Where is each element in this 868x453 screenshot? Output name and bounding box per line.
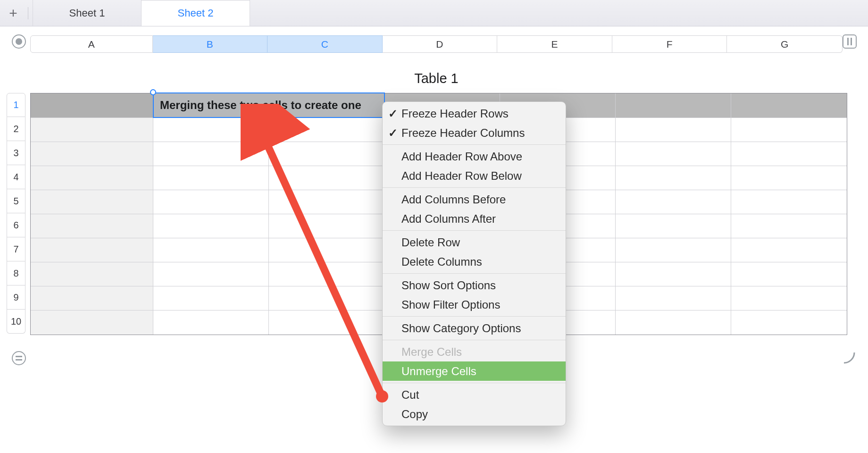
menu-delete-row[interactable]: Delete Row — [383, 233, 566, 252]
cell[interactable] — [731, 142, 847, 166]
menu-show-filter-options[interactable]: Show Filter Options — [383, 295, 566, 314]
resize-corner-icon — [843, 351, 856, 364]
cell[interactable] — [731, 166, 847, 190]
cell[interactable] — [616, 166, 731, 190]
cell[interactable] — [616, 190, 731, 214]
column-header-a[interactable]: A — [30, 35, 153, 53]
menu-label: Show Category Options — [401, 322, 521, 335]
column-header-c[interactable]: C — [267, 35, 383, 53]
cell[interactable] — [153, 166, 269, 190]
column-header-e[interactable]: E — [497, 35, 612, 53]
cell[interactable] — [731, 214, 847, 238]
cell[interactable] — [616, 310, 731, 335]
cell[interactable] — [153, 190, 269, 214]
cell[interactable] — [616, 262, 731, 286]
tab-label: Sheet 1 — [69, 7, 105, 19]
add-sheet-button[interactable]: + — [5, 0, 33, 26]
cell[interactable] — [153, 310, 269, 335]
row-header-4[interactable]: 4 — [7, 165, 25, 189]
menu-unmerge-cells[interactable]: Unmerge Cells — [383, 361, 566, 381]
cell[interactable] — [731, 286, 847, 310]
cell[interactable] — [269, 214, 384, 238]
cell[interactable] — [731, 310, 847, 335]
cell[interactable] — [731, 93, 847, 118]
cell[interactable] — [153, 214, 269, 238]
cell[interactable] — [269, 118, 384, 142]
menu-label: Delete Row — [401, 236, 460, 249]
menu-freeze-header-columns[interactable]: Freeze Header Columns — [383, 123, 566, 143]
merged-cell-content: Merging these two cells to create one — [160, 93, 391, 117]
menu-show-sort-options[interactable]: Show Sort Options — [383, 276, 566, 295]
column-header-g[interactable]: G — [727, 35, 843, 53]
cell[interactable] — [31, 190, 153, 214]
menu-label: Show Filter Options — [401, 298, 500, 311]
cell[interactable] — [269, 166, 384, 190]
cell[interactable] — [616, 118, 731, 142]
cell[interactable] — [269, 142, 384, 166]
menu-delete-columns[interactable]: Delete Columns — [383, 252, 566, 271]
menu-freeze-header-rows[interactable]: Freeze Header Rows — [383, 104, 566, 123]
cell[interactable] — [153, 238, 269, 262]
selection-handle-tl[interactable] — [150, 89, 156, 95]
menu-label: Merge Cells — [401, 345, 462, 358]
cell[interactable] — [153, 286, 269, 310]
row-header-2[interactable]: 2 — [7, 117, 25, 141]
cell[interactable] — [31, 93, 153, 118]
cell[interactable] — [731, 262, 847, 286]
menu-add-header-row-above[interactable]: Add Header Row Above — [383, 147, 566, 166]
cell[interactable] — [153, 118, 269, 142]
cell[interactable] — [153, 142, 269, 166]
cell[interactable] — [31, 166, 153, 190]
table-title[interactable]: Table 1 — [30, 71, 843, 86]
cell[interactable] — [153, 262, 269, 286]
row-header-10[interactable]: 10 — [7, 310, 25, 334]
resize-table-handle[interactable] — [843, 351, 857, 365]
menu-label: Add Columns Before — [401, 193, 506, 206]
cell[interactable] — [731, 238, 847, 262]
cell[interactable] — [31, 238, 153, 262]
cell[interactable] — [269, 310, 384, 335]
column-header-f[interactable]: F — [612, 35, 727, 53]
row-header-7[interactable]: 7 — [7, 237, 25, 261]
tab-sheet-2[interactable]: Sheet 2 — [142, 0, 250, 26]
tab-divider — [28, 7, 28, 19]
cell[interactable] — [31, 286, 153, 310]
row-headers: 1 2 3 4 5 6 7 8 9 10 — [7, 93, 25, 334]
cell[interactable] — [616, 214, 731, 238]
cell[interactable] — [269, 286, 384, 310]
menu-cut[interactable]: Cut — [383, 385, 566, 404]
row-label: 6 — [13, 220, 18, 231]
tab-sheet-1[interactable]: Sheet 1 — [33, 0, 142, 26]
row-header-9[interactable]: 9 — [7, 285, 25, 310]
menu-copy[interactable]: Copy — [383, 404, 566, 424]
cell[interactable] — [616, 286, 731, 310]
sheet-tabbar: + Sheet 1 Sheet 2 — [0, 0, 868, 26]
row-header-5[interactable]: 5 — [7, 189, 25, 213]
cell[interactable] — [731, 118, 847, 142]
row-header-3[interactable]: 3 — [7, 141, 25, 165]
row-header-6[interactable]: 6 — [7, 213, 25, 237]
menu-add-columns-after[interactable]: Add Columns After — [383, 209, 566, 228]
cell[interactable] — [616, 93, 731, 118]
cell[interactable] — [269, 262, 384, 286]
cell[interactable] — [31, 310, 153, 335]
cell[interactable] — [31, 214, 153, 238]
cell[interactable] — [269, 190, 384, 214]
menu-show-category-options[interactable]: Show Category Options — [383, 319, 566, 338]
add-row-handle[interactable] — [12, 351, 26, 365]
cell[interactable] — [31, 142, 153, 166]
cell[interactable] — [731, 190, 847, 214]
rows-icon — [16, 356, 22, 361]
menu-label: Delete Columns — [401, 255, 482, 268]
column-header-b[interactable]: B — [153, 35, 268, 53]
cell[interactable] — [31, 118, 153, 142]
cell[interactable] — [269, 238, 384, 262]
menu-add-header-row-below[interactable]: Add Header Row Below — [383, 166, 566, 185]
cell[interactable] — [616, 238, 731, 262]
row-header-1[interactable]: 1 — [7, 93, 25, 117]
menu-add-columns-before[interactable]: Add Columns Before — [383, 190, 566, 209]
column-header-d[interactable]: D — [383, 35, 498, 53]
cell[interactable] — [616, 142, 731, 166]
cell[interactable] — [31, 262, 153, 286]
row-header-8[interactable]: 8 — [7, 261, 25, 285]
